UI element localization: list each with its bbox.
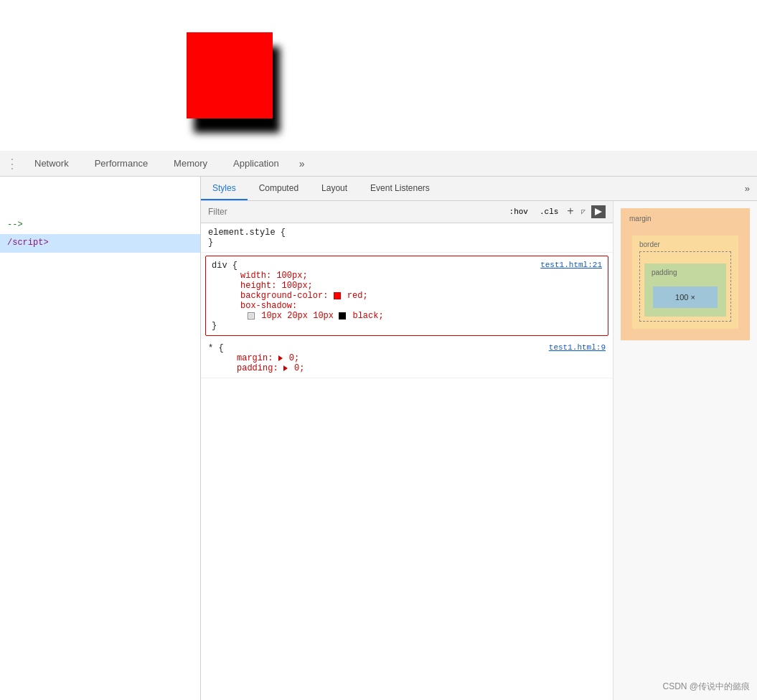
rule-selector: element.style { xyxy=(208,228,606,238)
svg-marker-0 xyxy=(595,208,602,215)
dom-tag-text: /script> xyxy=(7,238,49,248)
styles-tab-more[interactable]: » xyxy=(738,177,757,200)
prop-box-shadow-label: box-shadow: xyxy=(212,301,602,311)
watermark: CSDN @传说中的懿痕 xyxy=(662,681,750,693)
prop-margin: margin: 0; xyxy=(208,353,606,363)
shadow-swatch[interactable] xyxy=(248,312,255,319)
rule-div-close: } xyxy=(212,321,602,331)
tab-network[interactable]: Network xyxy=(22,151,82,176)
box-content: 100 × xyxy=(653,286,718,308)
margin-arrow[interactable] xyxy=(278,355,283,361)
padding-arrow[interactable] xyxy=(283,365,288,371)
box-margin: margin border padding 100 × xyxy=(621,208,750,340)
run-icon[interactable] xyxy=(591,205,606,218)
rule-file-star[interactable]: test1.html:9 xyxy=(549,343,606,352)
prop-padding: padding: 0; xyxy=(208,363,606,373)
corner-icon[interactable]: ◸ xyxy=(581,207,586,216)
devtools-body: --> /script> Styles Computed Layout Even… xyxy=(0,177,757,700)
dom-line-comment: --> xyxy=(0,216,200,234)
prop-bg-color: background-color: red; xyxy=(212,291,602,301)
dom-panel: --> /script> xyxy=(0,177,201,700)
devtools-tabbar: ⋮ Network Performance Memory Application… xyxy=(0,151,757,177)
tab-event-listeners[interactable]: Event Listeners xyxy=(359,177,441,200)
rule-star-header: * { test1.html:9 xyxy=(208,343,606,353)
right-panel: Styles Computed Layout Event Listeners »… xyxy=(201,177,757,700)
styles-panel[interactable]: :hov .cls + ◸ element.style { xyxy=(201,201,613,700)
add-style-button[interactable]: + xyxy=(567,205,574,218)
padding-label: padding xyxy=(649,267,680,278)
tab-more-icon[interactable]: » xyxy=(292,151,312,176)
dom-line-selected[interactable]: /script> xyxy=(0,234,200,252)
rule-file-div[interactable]: test1.html:21 xyxy=(540,261,602,269)
tab-memory[interactable]: Memory xyxy=(161,151,220,176)
box-border: border padding 100 × xyxy=(632,235,738,329)
rule-close: } xyxy=(208,238,606,248)
dom-comment-text: --> xyxy=(7,220,23,230)
devtools-panel: ⋮ Network Performance Memory Application… xyxy=(0,151,757,700)
bg-color-swatch[interactable] xyxy=(334,292,341,299)
shadow-color-swatch[interactable] xyxy=(339,312,346,319)
tab-partial[interactable]: ⋮ xyxy=(0,151,22,176)
prop-box-shadow-value: 10px 20px 10px black; xyxy=(212,311,602,321)
css-rule-star: * { test1.html:9 margin: 0; padding: 0; xyxy=(201,339,613,378)
margin-label: margin xyxy=(626,213,654,224)
box-model-panel: margin border padding 100 × xyxy=(613,201,757,700)
page-preview xyxy=(0,0,757,151)
prop-width: width: 100px; xyxy=(212,271,602,281)
rule-div-header: div { test1.html:21 xyxy=(212,261,602,271)
styles-tabbar: Styles Computed Layout Event Listeners » xyxy=(201,177,757,201)
tab-computed[interactable]: Computed xyxy=(248,177,310,200)
cls-button[interactable]: .cls xyxy=(537,207,561,217)
css-rule-div: div { test1.html:21 width: 100px; height… xyxy=(205,256,608,336)
border-label: border xyxy=(636,239,663,250)
css-rule-element-style: element.style { } xyxy=(201,223,613,253)
tab-layout[interactable]: Layout xyxy=(310,177,359,200)
box-padding: padding 100 × xyxy=(644,263,726,317)
tab-performance[interactable]: Performance xyxy=(82,151,161,176)
dom-comment xyxy=(7,202,12,212)
hov-button[interactable]: :hov xyxy=(507,207,531,217)
tab-styles[interactable]: Styles xyxy=(201,177,248,200)
dom-line xyxy=(0,198,200,216)
tab-application[interactable]: Application xyxy=(220,151,292,176)
box-dashed: padding 100 × xyxy=(639,251,731,322)
styles-content: :hov .cls + ◸ element.style { xyxy=(201,201,757,700)
red-div-element xyxy=(187,32,273,118)
filter-input[interactable] xyxy=(208,207,501,217)
filter-bar: :hov .cls + ◸ xyxy=(201,201,613,223)
prop-height: height: 100px; xyxy=(212,281,602,291)
box-content-value: 100 × xyxy=(675,293,695,302)
